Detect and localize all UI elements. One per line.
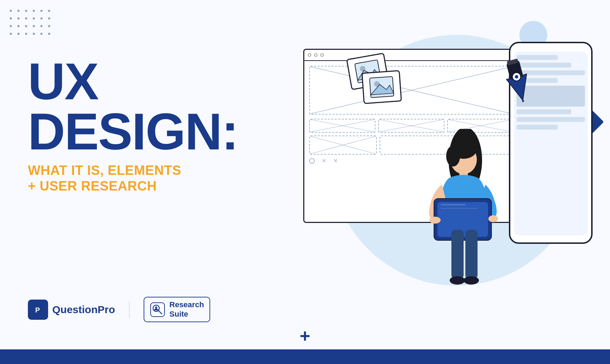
questionpro-text: QuestionPro (52, 304, 115, 316)
dot (10, 33, 12, 35)
woman-figure (415, 129, 512, 320)
title-design: DESIGN: (28, 103, 238, 160)
dot (40, 10, 43, 12)
questionpro-logo: P QuestionPro (28, 300, 115, 320)
browser-dot (320, 53, 324, 57)
dot (33, 10, 35, 12)
dot (48, 10, 50, 12)
dot (10, 25, 12, 27)
dot (48, 17, 50, 20)
logos-row: P QuestionPro Re (28, 297, 210, 322)
dot (40, 17, 43, 20)
image-placeholder-icon-2 (369, 76, 395, 99)
wireframe-diagonal (310, 67, 513, 114)
bottom-bar (0, 349, 610, 364)
dot-grid-decoration (10, 10, 53, 38)
title-ux: UX (28, 56, 230, 107)
smartphone-row (517, 109, 571, 114)
left-content: UX DESIGN: WHAT IT IS, ELEMENTS + USER R… (28, 56, 230, 194)
dot (17, 10, 20, 12)
svg-text:P: P (35, 306, 40, 314)
research-suite-line2: Suite (169, 310, 204, 319)
dot (48, 33, 50, 35)
svg-point-28 (446, 146, 460, 166)
research-suite-line1: Research (169, 300, 204, 309)
wireframe-cell-diag (310, 119, 375, 132)
dot (33, 33, 35, 35)
research-suite-text: Research Suite (169, 300, 204, 319)
dot (40, 33, 43, 35)
svg-point-23 (522, 100, 524, 102)
dot (17, 25, 20, 27)
svg-point-36 (464, 276, 479, 285)
dot (10, 17, 12, 20)
svg-point-37 (429, 217, 441, 224)
dot (48, 25, 50, 27)
wireframe-header-box (309, 66, 513, 115)
research-suite-logo: Research Suite (144, 297, 210, 322)
svg-point-35 (450, 276, 465, 285)
floating-image-card-2 (361, 70, 402, 104)
svg-point-44 (155, 307, 157, 309)
main-container: UX DESIGN: WHAT IT IS, ELEMENTS + USER R… (0, 0, 610, 364)
wireframe-circle (309, 158, 315, 164)
woman-illustration-svg (415, 129, 512, 320)
dot (40, 25, 43, 27)
svg-point-38 (488, 215, 498, 222)
plus-decoration: + (300, 327, 310, 345)
dot (25, 33, 27, 35)
wireframe-cell-diag (310, 136, 376, 154)
wireframe-cell (309, 135, 377, 155)
browser-dot (308, 53, 311, 57)
dot (25, 10, 27, 12)
subtitle-line1: WHAT IT IS, ELEMENTS (28, 163, 230, 179)
wireframe-cell (309, 119, 375, 133)
dot (25, 25, 27, 27)
wireframe-x-marker: ✕ (333, 157, 338, 164)
browser-top-bar (304, 50, 518, 61)
dot (33, 25, 35, 27)
subtitle-line2: + USER RESEARCH (28, 178, 230, 194)
logo-separator (129, 301, 130, 318)
right-illustration: ✕ ✕ (268, 14, 610, 341)
research-suite-icon (150, 302, 165, 317)
smartphone-row (517, 117, 585, 122)
questionpro-p-icon: P (32, 304, 44, 315)
questionpro-icon: P (28, 300, 48, 320)
dot (25, 17, 27, 20)
research-suite-svg-icon (150, 302, 165, 317)
smartphone-row (517, 125, 558, 130)
svg-rect-33 (451, 230, 464, 279)
hero-subtitle: WHAT IT IS, ELEMENTS + USER RESEARCH (28, 163, 230, 194)
dot (10, 10, 12, 12)
dot (33, 17, 35, 20)
svg-line-43 (158, 310, 162, 314)
title-design-line: DESIGN: (28, 107, 230, 156)
browser-dot (314, 53, 318, 57)
dot (17, 17, 20, 20)
dot (17, 33, 20, 35)
svg-rect-34 (465, 230, 478, 279)
wireframe-x-marker: ✕ (322, 157, 326, 164)
